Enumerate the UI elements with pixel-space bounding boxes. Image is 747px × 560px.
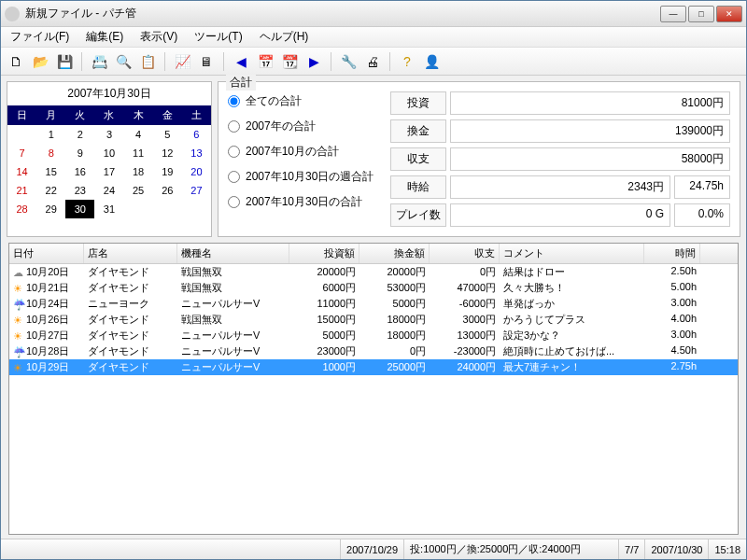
calendar-icon[interactable]: 📅	[256, 52, 275, 71]
toolbar: 🗋 📂 💾 📇 🔍 📋 📈 🖥 ◀ 📅 📆 ▶ 🔧 🖨 ? 👤	[1, 48, 746, 76]
chart-icon[interactable]: 📈	[173, 52, 191, 71]
menu-view[interactable]: 表示(V)	[136, 27, 181, 47]
radio-month[interactable]: 2007年10月の合計	[228, 144, 374, 160]
cal-day[interactable]: 5	[153, 125, 182, 144]
menu-file[interactable]: ファイル(F)	[7, 27, 73, 47]
cell-exchange: 53000円	[359, 280, 430, 296]
col-balance[interactable]: 収支	[430, 244, 500, 263]
table-row[interactable]: ☔10月24日ニューヨークニューパルサーV11000円5000円-6000円単発…	[9, 296, 738, 312]
cal-day[interactable]: 23	[65, 181, 94, 200]
cal-day[interactable]: 29	[36, 200, 65, 218]
status-summary: 投:1000円／換:25000円／収:24000円	[403, 539, 618, 559]
cal-day[interactable]: 28	[7, 200, 36, 218]
cal-day[interactable]: 30	[65, 200, 94, 218]
summary-radios: 全ての合計 2007年の合計 2007年10月の合計 2007年10月30日の週…	[224, 88, 377, 231]
about-icon[interactable]: 👤	[422, 52, 441, 71]
open-icon[interactable]: 📂	[31, 52, 49, 71]
print-icon[interactable]: 🖨	[363, 52, 382, 71]
tool-icon-4[interactable]: 🔧	[339, 52, 358, 71]
cal-day[interactable]: 9	[65, 144, 94, 162]
cal-day[interactable]: 15	[36, 162, 65, 181]
cell-exchange: 18000円	[359, 328, 430, 343]
tool-icon-3[interactable]: 📋	[138, 52, 157, 71]
cal-day[interactable]: 27	[182, 181, 211, 200]
cal-day[interactable]: 4	[124, 125, 153, 144]
radio-all[interactable]: 全ての合計	[228, 93, 374, 109]
save-icon[interactable]: 💾	[55, 52, 74, 71]
cal-day[interactable]: 19	[153, 162, 182, 181]
prev-icon[interactable]: ◀	[232, 52, 250, 71]
cal-day[interactable]: 6	[182, 125, 211, 144]
cal-day[interactable]: 12	[153, 144, 182, 162]
cell-invest: 5000円	[289, 328, 359, 343]
cal-dow: 水	[94, 105, 123, 125]
cell-time: 3.00h	[644, 296, 700, 312]
maximize-button[interactable]: □	[688, 6, 714, 22]
cal-day[interactable]: 8	[36, 144, 65, 162]
radio-year[interactable]: 2007年の合計	[228, 119, 374, 134]
cal-day[interactable]: 7	[7, 144, 36, 162]
col-time[interactable]: 時間	[644, 244, 700, 263]
minimize-button[interactable]: —	[660, 6, 686, 22]
table-row[interactable]: ☀10月27日ダイヤモンドニューパルサーV5000円18000円13000円設定…	[9, 328, 738, 343]
radio-week[interactable]: 2007年10月30日の週合計	[228, 169, 374, 185]
cell-date: 10月27日	[26, 329, 69, 343]
cal-day[interactable]: 17	[94, 162, 123, 181]
tool-icon-1[interactable]: 📇	[90, 52, 108, 71]
new-icon[interactable]: 🗋	[7, 52, 25, 71]
table-row[interactable]: ☔10月28日ダイヤモンドニューパルサーV23000円0円-23000円絶頂時に…	[9, 343, 738, 359]
table-row[interactable]: ☀10月21日ダイヤモンド戦国無双6000円53000円47000円久々大勝ち！…	[9, 280, 738, 296]
col-invest[interactable]: 投資額	[289, 244, 359, 263]
separator	[164, 52, 165, 71]
table-row[interactable]: ☀10月26日ダイヤモンド戦国無双15000円18000円3000円かろうじてプ…	[9, 312, 738, 328]
col-comment[interactable]: コメント	[500, 244, 644, 263]
list-body[interactable]: ☁10月20日ダイヤモンド戦国無双20000円20000円0円結果はドロー2.5…	[9, 264, 738, 534]
close-button[interactable]: ✕	[716, 6, 742, 22]
cal-day	[153, 200, 182, 218]
date-icon[interactable]: 📆	[280, 52, 299, 71]
cal-day[interactable]: 24	[94, 181, 123, 200]
cal-day[interactable]: 25	[124, 181, 153, 200]
cal-day[interactable]: 3	[94, 125, 123, 144]
cell-invest: 20000円	[289, 264, 359, 280]
table-row[interactable]: ☁10月20日ダイヤモンド戦国無双20000円20000円0円結果はドロー2.5…	[9, 264, 738, 280]
cal-day[interactable]: 20	[182, 162, 211, 181]
titlebar: 新規ファイル - パチ管 — □ ✕	[1, 1, 746, 27]
separator	[389, 52, 390, 71]
cal-day[interactable]: 2	[65, 125, 94, 144]
cal-dow: 金	[153, 105, 182, 125]
cell-shop: ニューヨーク	[84, 296, 177, 312]
col-shop[interactable]: 店名	[84, 244, 177, 263]
menu-edit[interactable]: 編集(E)	[82, 27, 127, 47]
cell-date: 10月24日	[26, 297, 69, 311]
cal-day[interactable]: 18	[124, 162, 153, 181]
cell-exchange: 25000円	[359, 359, 430, 375]
cal-day[interactable]: 14	[7, 162, 36, 181]
col-date[interactable]: 日付	[9, 244, 84, 263]
help-icon[interactable]: ?	[398, 52, 416, 71]
cal-day[interactable]: 31	[94, 200, 123, 218]
table-row[interactable]: ☀10月29日ダイヤモンドニューパルサーV1000円25000円24000円最大…	[9, 359, 738, 375]
cell-comment: 最大7連チャン！	[500, 359, 644, 375]
weather-icon: ☀	[13, 362, 24, 373]
cal-day[interactable]: 16	[65, 162, 94, 181]
next-icon[interactable]: ▶	[304, 52, 323, 71]
menu-tools[interactable]: ツール(T)	[190, 27, 246, 47]
col-machine[interactable]: 機種名	[177, 244, 289, 263]
cal-day[interactable]: 10	[94, 144, 123, 162]
cal-day[interactable]: 22	[36, 181, 65, 200]
cell-comment: 結果はドロー	[500, 264, 644, 280]
stats-grid: 投資 81000円 換金 139000円 収支 58000円 時給 2343円 …	[387, 88, 734, 231]
cal-day[interactable]: 1	[36, 125, 65, 144]
menu-help[interactable]: ヘルプ(H)	[256, 27, 313, 47]
cal-day[interactable]: 21	[7, 181, 36, 200]
tool-icon-2[interactable]: 🔍	[114, 52, 133, 71]
monitor-icon[interactable]: 🖥	[197, 52, 216, 71]
col-exchange[interactable]: 換金額	[359, 244, 430, 263]
balance-value: 58000円	[450, 147, 730, 171]
cal-day[interactable]: 11	[124, 144, 153, 162]
radio-day[interactable]: 2007年10月30日の合計	[228, 194, 374, 210]
cal-day[interactable]: 13	[182, 144, 211, 162]
cal-day[interactable]: 26	[153, 181, 182, 200]
app-window: 新規ファイル - パチ管 — □ ✕ ファイル(F) 編集(E) 表示(V) ツ…	[0, 0, 747, 560]
